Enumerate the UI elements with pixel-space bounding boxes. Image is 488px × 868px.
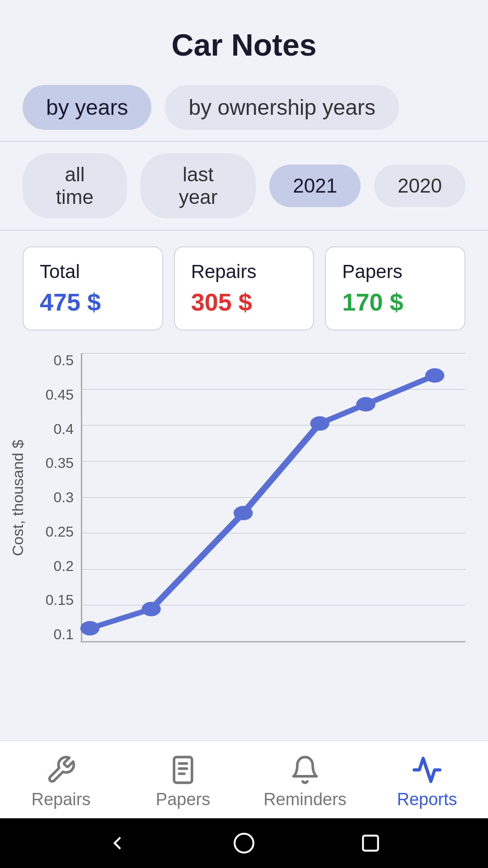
- nav-repairs[interactable]: Repairs: [0, 755, 122, 809]
- y-axis: 0.50.450.40.350.30.250.20.150.1: [27, 353, 81, 642]
- y-tick: 0.15: [46, 593, 74, 607]
- nav-papers[interactable]: Papers: [122, 755, 244, 809]
- filter-by-ownership-years[interactable]: by ownership years: [165, 85, 399, 130]
- card-total: Total 475 $: [23, 246, 163, 330]
- card-repairs: Repairs 305 $: [174, 246, 314, 330]
- y-tick: 0.3: [54, 490, 74, 505]
- chart-line: [82, 353, 465, 641]
- divider-1: [0, 141, 488, 142]
- divider-2: [0, 230, 488, 231]
- card-papers-label: Papers: [342, 261, 448, 283]
- nav-reminders[interactable]: Reminders: [244, 755, 366, 809]
- nav-repairs-label: Repairs: [32, 790, 91, 809]
- card-papers-value: 170 $: [342, 288, 448, 316]
- nav-reminders-label: Reminders: [263, 790, 347, 809]
- card-repairs-label: Repairs: [191, 261, 297, 283]
- svg-point-5: [141, 602, 160, 616]
- filter-by-years[interactable]: by years: [23, 85, 151, 130]
- filter-all-time[interactable]: all time: [23, 153, 127, 218]
- svg-point-6: [234, 506, 253, 520]
- chart-container: Cost, thousand $ 0.50.450.40.350.30.250.…: [0, 340, 488, 741]
- filter-2021[interactable]: 2021: [269, 165, 361, 207]
- y-tick: 0.35: [46, 456, 74, 470]
- header: Car Notes: [0, 0, 488, 76]
- filter-last-year[interactable]: last year: [141, 153, 256, 218]
- y-axis-label: Cost, thousand $: [5, 353, 27, 642]
- y-tick: 0.45: [46, 387, 74, 402]
- bottom-nav: Repairs Papers Reminders Reports: [0, 741, 488, 818]
- filter-2020[interactable]: 2020: [374, 165, 465, 207]
- nav-papers-label: Papers: [156, 790, 210, 809]
- filter-row-1: by years by ownership years: [0, 76, 488, 139]
- sys-back-button[interactable]: [104, 830, 131, 857]
- sys-home-button[interactable]: [230, 830, 258, 857]
- sys-recents-button[interactable]: [357, 830, 384, 857]
- card-repairs-value: 305 $: [191, 288, 297, 316]
- svg-point-14: [235, 834, 253, 853]
- card-papers: Papers 170 $: [325, 246, 465, 330]
- system-nav-bar: [0, 818, 488, 868]
- filter-row-2: all time last year 2021 2020: [0, 144, 488, 227]
- svg-point-8: [356, 397, 375, 411]
- y-tick: 0.5: [54, 353, 74, 368]
- nav-reports-label: Reports: [397, 790, 457, 809]
- nav-reports[interactable]: Reports: [366, 755, 488, 809]
- y-tick: 0.1: [54, 627, 74, 642]
- cards-row: Total 475 $ Repairs 305 $ Papers 170 $: [0, 233, 488, 340]
- svg-point-7: [310, 416, 329, 431]
- y-tick: 0.2: [54, 559, 74, 573]
- svg-rect-15: [363, 835, 378, 850]
- card-total-label: Total: [40, 261, 146, 283]
- y-tick: 0.4: [54, 422, 74, 436]
- y-tick: 0.25: [46, 524, 74, 539]
- page-title: Car Notes: [171, 27, 316, 62]
- svg-point-4: [80, 621, 99, 636]
- svg-point-9: [425, 368, 444, 383]
- grid-line: [82, 641, 465, 642]
- card-total-value: 475 $: [40, 288, 146, 316]
- chart-plot: [81, 353, 465, 642]
